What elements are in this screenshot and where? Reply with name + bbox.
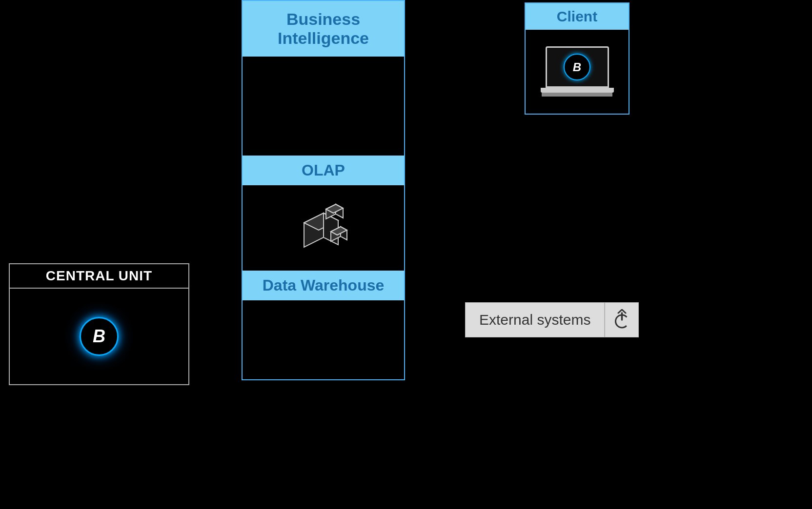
- external-systems-label: External systems: [465, 302, 605, 337]
- dw-body: [243, 300, 404, 379]
- client-header: Client: [526, 3, 629, 30]
- laptop-base: [541, 88, 614, 93]
- laptop-icon: B: [541, 46, 614, 97]
- central-unit-body: B: [10, 289, 188, 384]
- central-unit-box: CENTRAL UNIT B: [9, 263, 189, 385]
- client-body: B: [526, 30, 629, 113]
- client-b-icon: B: [564, 54, 590, 80]
- b-letter: B: [93, 326, 105, 347]
- bi-body: [243, 57, 404, 156]
- laptop-keyboard: [542, 93, 612, 97]
- middle-column: Business Intelligence OLAP: [242, 0, 405, 380]
- central-unit-label: CENTRAL UNIT: [10, 264, 188, 289]
- olap-header: OLAP: [243, 156, 404, 185]
- client-b-letter: B: [573, 60, 581, 74]
- client-box: Client B: [525, 2, 629, 115]
- dw-header: Data Warehouse: [243, 271, 404, 300]
- olap-body: [243, 185, 404, 271]
- olap-cube-icon: [294, 198, 353, 257]
- power-icon: [611, 309, 633, 331]
- bi-header: Business Intelligence: [243, 1, 404, 57]
- laptop-screen: B: [546, 46, 609, 88]
- external-systems-power-icon: [605, 302, 639, 337]
- external-systems-box: External systems: [465, 302, 639, 337]
- b-icon: B: [80, 317, 119, 356]
